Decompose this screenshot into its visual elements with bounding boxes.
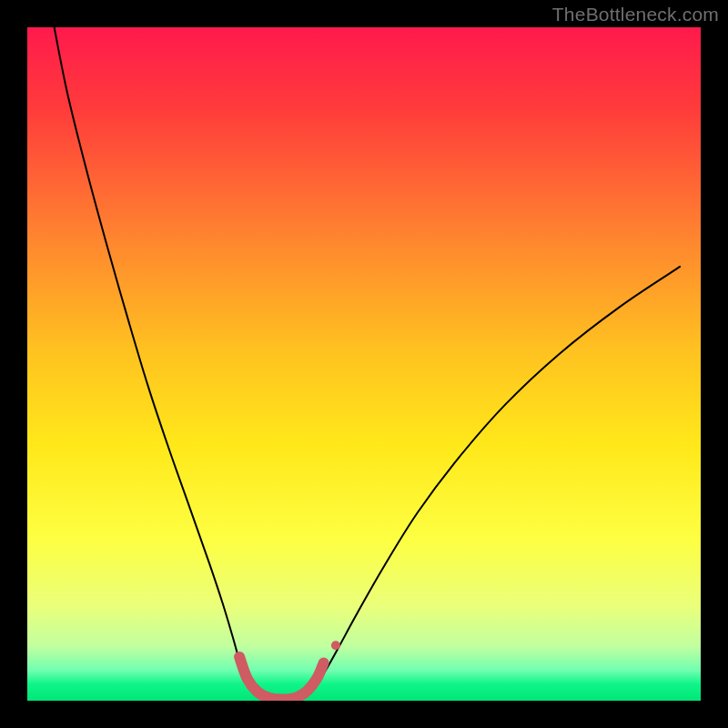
watermark-text: TheBottleneck.com <box>552 4 719 25</box>
bottleneck-chart <box>0 0 728 728</box>
chart-frame: TheBottleneck.com <box>0 0 728 728</box>
marker-dot <box>331 641 340 650</box>
